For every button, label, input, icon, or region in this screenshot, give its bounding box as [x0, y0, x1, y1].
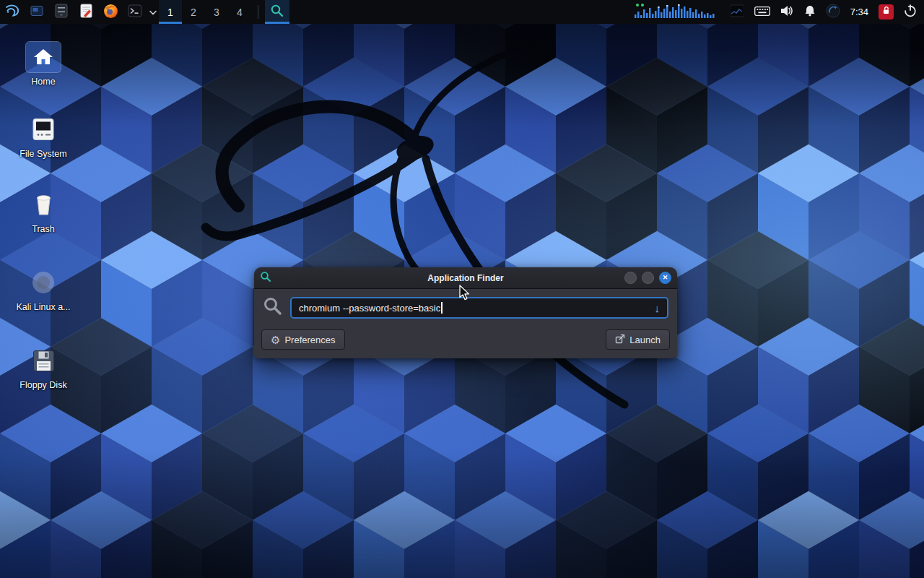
- trash-icon: [26, 189, 61, 220]
- workspace-3-button[interactable]: 3: [205, 0, 228, 24]
- text-caret: [441, 302, 443, 314]
- window-stack-icon: [30, 4, 44, 20]
- maximize-button[interactable]: [642, 272, 654, 284]
- panel-separator: [258, 5, 258, 19]
- bell-icon[interactable]: [804, 5, 816, 20]
- status-circle-icon[interactable]: [826, 4, 840, 21]
- top-panel: 1 2 3 4: [0, 0, 924, 24]
- minimize-button[interactable]: [624, 272, 637, 284]
- titlebar[interactable]: Application Finder ✕: [254, 267, 677, 289]
- audio-spectrum-widget[interactable]: [635, 2, 720, 22]
- clock[interactable]: 7:34: [850, 7, 868, 17]
- search-input[interactable]: chromium --password-store=basic ↓: [290, 297, 668, 319]
- preferences-button[interactable]: ⚙ Preferences: [261, 329, 345, 350]
- text-editor-icon: [80, 4, 92, 20]
- lock-icon: [881, 5, 892, 19]
- finder-button-row: ⚙ Preferences Launch: [254, 325, 677, 358]
- desktop-root: 1 2 3 4: [0, 0, 924, 578]
- preferences-button-label: Preferences: [284, 335, 335, 345]
- app-finder-panel-button[interactable]: [265, 0, 289, 24]
- volume-icon[interactable]: [780, 5, 794, 20]
- window-manager-button[interactable]: [25, 0, 49, 24]
- browser-button[interactable]: [98, 0, 123, 24]
- file-manager-button[interactable]: [49, 0, 74, 24]
- kali-docs-icon: [26, 267, 61, 298]
- app-finder-window-icon: [260, 271, 271, 285]
- terminal-dropdown-button[interactable]: [147, 0, 159, 24]
- finder-search-row: chromium --password-store=basic ↓: [254, 289, 677, 325]
- search-input-value: chromium --password-store=basic: [299, 303, 440, 314]
- panel-tray: 7:34: [635, 0, 924, 24]
- app-finder-icon: [270, 4, 284, 20]
- keyboard-icon[interactable]: [754, 6, 770, 19]
- launch-button-label: Launch: [629, 335, 661, 345]
- desktop-icon-label: File System: [19, 149, 66, 159]
- close-icon: ✕: [663, 275, 668, 281]
- application-finder-window: Application Finder ✕ chromium --password…: [254, 267, 677, 358]
- kali-menu-button[interactable]: [0, 0, 25, 24]
- terminal-icon: [128, 4, 142, 20]
- power-icon[interactable]: [904, 4, 917, 20]
- text-editor-button[interactable]: [74, 0, 98, 24]
- search-icon: [263, 296, 283, 319]
- workspace-1-button[interactable]: 1: [159, 0, 182, 24]
- panel-launchers: 1 2 3 4: [0, 0, 289, 24]
- cpu-graph-icon[interactable]: [730, 3, 744, 22]
- desktop-icon-file-system[interactable]: File System: [9, 114, 78, 159]
- desktop-icon-kali-docs[interactable]: Kali Linux a...: [9, 267, 78, 312]
- desktop-icon-home[interactable]: Home: [9, 42, 78, 87]
- workspace-2-button[interactable]: 2: [182, 0, 205, 24]
- desktop-icon-label: Trash: [32, 224, 55, 234]
- desktop-icon-label: Floppy Disk: [19, 380, 66, 390]
- file-manager-icon: [55, 4, 68, 20]
- workspace-switcher: 1 2 3 4: [159, 0, 251, 24]
- dropdown-arrow-icon[interactable]: ↓: [655, 302, 661, 314]
- workspace-4-button[interactable]: 4: [228, 0, 251, 24]
- floppy-disk-icon: [26, 345, 61, 376]
- desktop-icon-floppy[interactable]: Floppy Disk: [9, 345, 78, 390]
- close-button[interactable]: ✕: [659, 272, 671, 284]
- home-icon: [26, 42, 61, 72]
- gear-icon: ⚙: [271, 335, 280, 345]
- file-system-icon: [26, 114, 61, 144]
- desktop-icon-label: Home: [31, 77, 55, 87]
- launch-icon: [615, 334, 625, 346]
- desktop-icon-label: Kali Linux a...: [16, 302, 70, 312]
- window-title: Application Finder: [254, 273, 677, 283]
- firefox-icon: [103, 4, 118, 21]
- terminal-button[interactable]: [123, 0, 147, 24]
- screen-lock-button[interactable]: [879, 4, 894, 20]
- desktop-icon-trash[interactable]: Trash: [9, 189, 78, 234]
- chevron-down-icon: [149, 7, 157, 17]
- kali-logo-icon: [4, 2, 21, 22]
- launch-button[interactable]: Launch: [606, 329, 670, 350]
